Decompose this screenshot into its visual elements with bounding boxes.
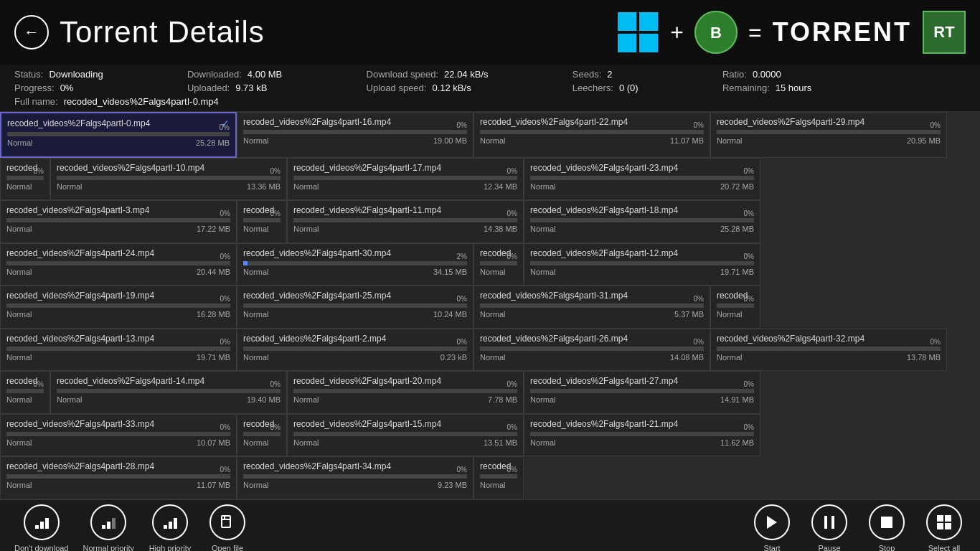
file-cell[interactable]: recoded_videos%2Falgs4partI-26.mp40%Norm… — [473, 329, 710, 372]
file-cell[interactable]: recoded_videos%2Falgs4partI-13.mp40%Norm… — [0, 329, 237, 372]
status-item-ratio: Ratio: 0.0000 — [722, 69, 882, 80]
file-priority-label: Normal — [57, 182, 82, 191]
file-cell[interactable]: recoded_videos%2Falgs4partI-19.mp40%Norm… — [0, 286, 237, 329]
file-cell[interactable]: recoded_videos%2Falgs4partI-33.mp40%Norm… — [0, 414, 237, 457]
file-cell[interactable]: recoded0%Normal — [0, 158, 50, 201]
file-cell[interactable]: recoded0%Normal — [710, 286, 760, 329]
select-all-label: Select all — [928, 544, 961, 551]
progress-bar-container: 0% — [6, 261, 230, 265]
open-file-button[interactable]: Open file — [206, 504, 249, 551]
file-name-row: recoded_videos%2Falgs4partI-13.mp4 — [6, 334, 230, 344]
file-cell[interactable]: recoded_videos%2Falgs4partI-20.mp40%Norm… — [287, 371, 524, 414]
stop-label: Stop — [879, 544, 895, 551]
normal-priority-button[interactable]: Normal priority — [83, 504, 135, 551]
file-size-label: 0.23 kB — [440, 353, 467, 362]
file-cell[interactable]: recoded_videos%2Falgs4partI-15.mp40%Norm… — [287, 414, 524, 457]
file-name-row: recoded_videos%2Falgs4partI-26.mp4 — [480, 334, 704, 344]
start-label: Start — [763, 544, 780, 551]
progress-percent-text: 0% — [694, 295, 704, 303]
stop-button[interactable]: Stop — [865, 504, 908, 551]
file-meta-row: Normal19.00 MB — [243, 136, 467, 145]
file-meta-row: Normal34.15 MB — [243, 268, 467, 276]
file-cell[interactable]: recoded_videos%2Falgs4partI-23.mp40%Norm… — [524, 158, 760, 201]
file-cell[interactable]: recoded_videos%2Falgs4partI-11.mp40%Norm… — [287, 200, 524, 243]
file-priority-label: Normal — [6, 182, 32, 191]
file-cell[interactable]: recoded_videos%2Falgs4partI-24.mp40%Norm… — [0, 243, 237, 286]
file-priority-label: Normal — [717, 353, 742, 362]
file-name-row: recoded_videos%2Falgs4partI-32.mp4 — [717, 334, 941, 344]
file-cell[interactable]: recoded0%Normal — [473, 243, 524, 286]
progress-bar-container: 0% — [243, 130, 467, 134]
progress-bar-container: 0% — [293, 176, 517, 180]
pause-button[interactable]: Pause — [808, 504, 851, 551]
progress-percent-text: 0% — [457, 338, 467, 346]
svg-rect-19 — [824, 516, 827, 529]
file-name-row: recoded_videos%2Falgs4partI-10.mp4 — [57, 163, 281, 173]
stop-icon — [869, 504, 905, 540]
file-name-text: recoded_videos%2Falgs4partI-10.mp4 — [57, 163, 204, 173]
high-priority-label: High priority — [149, 544, 192, 551]
ratio-label: Ratio: — [722, 69, 747, 80]
file-meta-row: Normal — [6, 395, 44, 404]
file-meta-row: Normal7.78 MB — [293, 395, 517, 404]
file-name-text: recoded_videos%2Falgs4partI-27.mp4 — [530, 376, 678, 386]
windows-logo-icon — [616, 11, 659, 54]
file-cell[interactable]: recoded_videos%2Falgs4partI-12.mp40%Norm… — [524, 243, 760, 286]
file-cell[interactable]: recoded_videos%2Falgs4partI-29.mp40%Norm… — [710, 112, 947, 158]
file-name-text: recoded_videos%2Falgs4partI-19.mp4 — [6, 291, 154, 301]
file-cell[interactable]: recoded_videos%2Falgs4partI-10.mp40%Norm… — [50, 158, 287, 201]
file-cell[interactable]: recoded_videos%2Falgs4partI-0.mp4✓0%Norm… — [0, 112, 237, 158]
file-priority-label: Normal — [6, 310, 32, 319]
seeds-value: 2 — [607, 69, 612, 80]
file-cell[interactable]: recoded_videos%2Falgs4partI-3.mp40%Norma… — [0, 200, 237, 243]
file-cell[interactable]: recoded_videos%2Falgs4partI-17.mp40%Norm… — [287, 158, 524, 201]
file-cell[interactable]: recoded_videos%2Falgs4partI-30.mp42%Norm… — [237, 243, 473, 286]
file-size-label: 25.28 MB — [720, 225, 754, 233]
file-size-label: 10.24 MB — [433, 310, 467, 319]
progress-percent-text: 0% — [457, 121, 467, 129]
file-meta-row: Normal13.36 MB — [57, 182, 281, 191]
file-cell[interactable]: recoded_videos%2Falgs4partI-32.mp40%Norm… — [710, 329, 947, 372]
file-cell[interactable]: recoded_videos%2Falgs4partI-2.mp40%Norma… — [237, 329, 473, 372]
file-name-row: recoded_videos%2Falgs4partI-16.mp4 — [243, 117, 467, 127]
select-all-button[interactable]: Select all — [923, 504, 966, 551]
file-cell[interactable]: recoded_videos%2Falgs4partI-31.mp40%Norm… — [473, 286, 710, 329]
file-meta-row: Normal19.71 MB — [530, 268, 754, 276]
file-cell[interactable]: recoded_videos%2Falgs4partI-28.mp40%Norm… — [0, 456, 237, 499]
file-cell[interactable]: recoded0%Normal — [237, 414, 287, 457]
file-name-row: recoded_videos%2Falgs4partI-33.mp4 — [6, 419, 230, 429]
file-name-text: recoded_videos%2Falgs4partI-0.mp4 — [7, 118, 150, 128]
downloaded-label: Downloaded: — [187, 69, 242, 80]
file-cell[interactable]: recoded0%Normal — [237, 200, 287, 243]
header-left: ← Torrent Details — [14, 15, 265, 50]
progress-percent-text: 0% — [744, 253, 754, 260]
file-cell[interactable]: recoded_videos%2Falgs4partI-34.mp40%Norm… — [237, 456, 473, 499]
file-cell[interactable]: recoded_videos%2Falgs4partI-22.mp40%Norm… — [473, 112, 710, 158]
progress-percent-text: 0% — [34, 380, 44, 388]
file-cell[interactable]: recoded0%Normal — [0, 371, 50, 414]
file-size-label: 14.08 MB — [670, 353, 704, 362]
file-cell[interactable]: recoded_videos%2Falgs4partI-16.mp40%Norm… — [237, 112, 473, 158]
status-item-fullname: Full name: recoded_videos%2Falgs4partI-0… — [14, 96, 558, 107]
file-cell[interactable]: recoded_videos%2Falgs4partI-18.mp40%Norm… — [524, 200, 760, 243]
high-priority-button[interactable]: High priority — [149, 504, 192, 551]
svg-rect-1 — [639, 12, 658, 31]
start-button[interactable]: Start — [750, 504, 793, 551]
dont-download-button[interactable]: Don't download — [14, 504, 69, 551]
progress-bar-container: 0% — [6, 347, 230, 351]
file-name-row: recoded_videos%2Falgs4partI-24.mp4 — [6, 248, 230, 258]
file-cell[interactable]: recoded_videos%2Falgs4partI-21.mp40%Norm… — [524, 414, 760, 457]
file-cell[interactable]: recoded_videos%2Falgs4partI-25.mp40%Norm… — [237, 286, 473, 329]
progress-bar-container: 0% — [717, 130, 941, 134]
progress-bar-container: 0% — [480, 474, 517, 479]
file-cell[interactable]: recoded_videos%2Falgs4partI-27.mp40%Norm… — [524, 371, 760, 414]
file-name-row: recoded_videos%2Falgs4partI-19.mp4 — [6, 291, 230, 301]
file-meta-row: Normal10.07 MB — [6, 438, 230, 447]
file-cell[interactable]: recoded0%Normal — [473, 456, 524, 499]
normal-priority-icon — [90, 504, 126, 540]
progress-percent-text: 0% — [457, 295, 467, 303]
file-meta-row: Normal25.28 MB — [530, 225, 754, 233]
file-cell[interactable]: recoded_videos%2Falgs4partI-14.mp40%Norm… — [50, 371, 287, 414]
file-priority-label: Normal — [243, 225, 268, 233]
back-button[interactable]: ← — [14, 15, 49, 50]
